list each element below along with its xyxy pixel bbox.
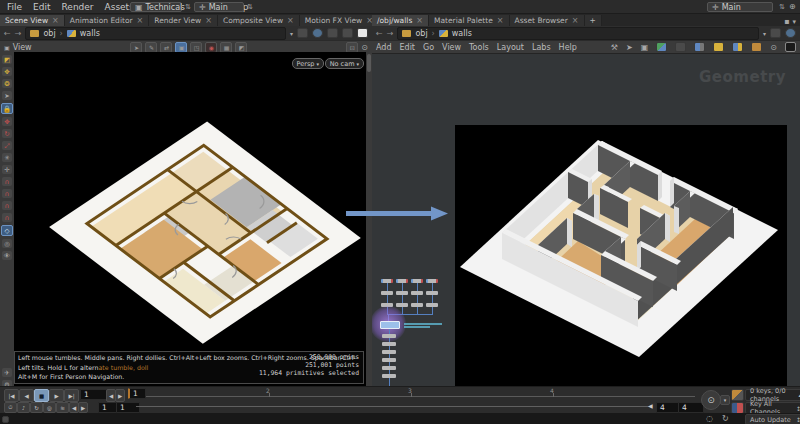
perspective-selector[interactable]: Persp▾: [292, 58, 324, 69]
play-reverse-button[interactable]: ◀: [19, 389, 34, 402]
snap-grid-icon[interactable]: ∩: [2, 177, 12, 186]
playback-start-field[interactable]: 1: [116, 402, 140, 413]
path-context[interactable]: obj: [43, 29, 55, 38]
desktop-selector[interactable]: ▣ Technical: [130, 2, 182, 12]
scene-viewport[interactable]: Persp▾ No cam▾ Left mouse tumbles. Middl…: [14, 52, 366, 386]
range-right-button[interactable]: ▶: [78, 402, 88, 413]
sop-node[interactable]: [426, 303, 438, 307]
sop-node[interactable]: [381, 279, 393, 283]
pose-icon[interactable]: ✳: [2, 153, 12, 162]
sim-toggle[interactable]: ◎: [43, 402, 56, 413]
range-slider-handle[interactable]: ◀: [648, 402, 653, 409]
scale-tool-icon[interactable]: ⤢: [2, 141, 12, 150]
render-region-icon[interactable]: ◉: [205, 42, 217, 53]
tab-composite-view[interactable]: Composite View×: [218, 15, 300, 26]
camera-lock-icon[interactable]: 👁: [2, 251, 12, 260]
playhead[interactable]: 1: [128, 388, 146, 399]
reference-plane-icon[interactable]: ◎: [2, 239, 12, 248]
construction-plane-icon[interactable]: ◇: [1, 225, 13, 236]
back-icon[interactable]: ←: [376, 29, 383, 38]
cursor-icon[interactable]: ➤: [626, 43, 633, 52]
pin-pane-icon[interactable]: [297, 28, 308, 38]
snap-edge-icon[interactable]: ∩: [2, 201, 12, 210]
sop-node[interactable]: [411, 303, 423, 307]
close-icon[interactable]: ×: [137, 16, 144, 25]
hud-icon[interactable]: ✈: [2, 368, 12, 377]
global-end-field[interactable]: 4: [678, 402, 704, 413]
sop-node[interactable]: [411, 291, 423, 295]
message-bubble-icon[interactable]: ◌: [706, 414, 713, 423]
realtime-toggle[interactable]: ⏱: [4, 402, 17, 413]
timeline-zoom-dropdown[interactable]: ▾: [720, 395, 730, 405]
net-menu-labs[interactable]: Labs: [532, 43, 551, 52]
net-menu-edit[interactable]: Edit: [400, 43, 416, 52]
close-icon[interactable]: ×: [287, 16, 294, 25]
auto-update-dropdown[interactable]: Auto Update↕: [745, 414, 800, 424]
close-icon[interactable]: ×: [572, 16, 579, 25]
snap-multi-icon[interactable]: ∩: [2, 213, 12, 222]
close-icon[interactable]: ×: [497, 16, 504, 25]
sop-node[interactable]: [382, 374, 396, 378]
wrench-icon[interactable]: ⚒: [611, 43, 618, 52]
net-menu-add[interactable]: Add: [376, 43, 392, 52]
path-context[interactable]: obj: [415, 29, 427, 38]
path-dropdown-icon[interactable]: ▾: [290, 30, 293, 37]
pin-pane-icon[interactable]: [770, 28, 781, 38]
tab-animation-editor[interactable]: Animation Editor×: [65, 15, 150, 26]
range-slider[interactable]: [136, 406, 652, 407]
recook-icon[interactable]: ↻: [722, 414, 729, 423]
step-forward-button[interactable]: ▶: [115, 389, 125, 402]
close-icon[interactable]: ×: [52, 16, 59, 25]
loop-mode-button[interactable]: ↻: [30, 402, 43, 413]
new-tab-button[interactable]: +: [585, 15, 602, 26]
jump-to-start-button[interactable]: |◀: [4, 389, 19, 402]
net-menu-layout[interactable]: Layout: [497, 43, 524, 52]
back-icon[interactable]: ←: [4, 29, 11, 38]
layout-selector[interactable]: ✛ Main: [194, 2, 244, 12]
dopnet-cache-button[interactable]: ≋: [56, 402, 69, 413]
split-pane-icon[interactable]: [342, 28, 353, 38]
sop-node[interactable]: [382, 350, 396, 354]
monitor-icon[interactable]: ▣: [641, 43, 649, 52]
pose-tool-icon[interactable]: ◳: [190, 42, 202, 53]
right-path-field[interactable]: obj › walls: [397, 27, 759, 40]
net-menu-go[interactable]: Go: [423, 43, 434, 52]
notes-icon[interactable]: [713, 42, 724, 52]
view-tool-icon[interactable]: ▣: [175, 42, 187, 53]
desktop-spinner[interactable]: ⇅: [185, 3, 191, 11]
pan-tool-icon[interactable]: ✥: [2, 67, 12, 76]
sop-node[interactable]: [396, 291, 408, 295]
background-image-icon[interactable]: [751, 42, 762, 52]
tab-obj-walls[interactable]: /obj/walls×: [372, 15, 429, 26]
keyframe-icon[interactable]: [731, 389, 744, 401]
menu-render[interactable]: Render: [62, 2, 94, 12]
menu-file[interactable]: File: [7, 2, 22, 12]
zoom-tool-icon[interactable]: ❂: [2, 79, 12, 88]
snapshot-gallery-icon[interactable]: [732, 42, 743, 52]
close-icon[interactable]: ×: [205, 16, 212, 25]
axis-icon[interactable]: ✛: [2, 165, 12, 174]
close-icon[interactable]: ×: [416, 16, 423, 25]
tab-motion-fx-view[interactable]: Motion FX View×: [300, 15, 379, 26]
snapshot-icon[interactable]: [327, 28, 338, 38]
select-objects-icon[interactable]: ➤: [130, 42, 142, 53]
view-tool-shelf-icon[interactable]: ◩: [2, 55, 12, 64]
link-globe-icon[interactable]: [312, 28, 323, 38]
jump-to-end-button[interactable]: ▶|: [64, 389, 79, 402]
selected-node[interactable]: [380, 321, 400, 329]
help-globe-icon[interactable]: ⊕: [789, 2, 796, 11]
audio-toggle[interactable]: ♪: [17, 402, 30, 413]
tab-material-palette[interactable]: Material Palette×: [429, 15, 510, 26]
sop-node[interactable]: [426, 291, 438, 295]
net-menu-view[interactable]: View: [442, 43, 461, 52]
link-globe-icon[interactable]: [785, 28, 796, 38]
find-icon[interactable]: ⊙: [770, 43, 777, 52]
pane-menu-icon[interactable]: ▪: [784, 17, 789, 26]
snapshot-camera-icon[interactable]: ▦: [220, 42, 232, 53]
quickmark-icon[interactable]: [785, 42, 796, 52]
right-layout-selector[interactable]: ✛ Main: [707, 2, 773, 12]
path-node[interactable]: walls: [80, 29, 100, 38]
tab-asset-browser[interactable]: Asset Browser×: [510, 15, 585, 26]
color-palette-icon[interactable]: [656, 42, 667, 52]
sop-node[interactable]: [426, 279, 438, 283]
